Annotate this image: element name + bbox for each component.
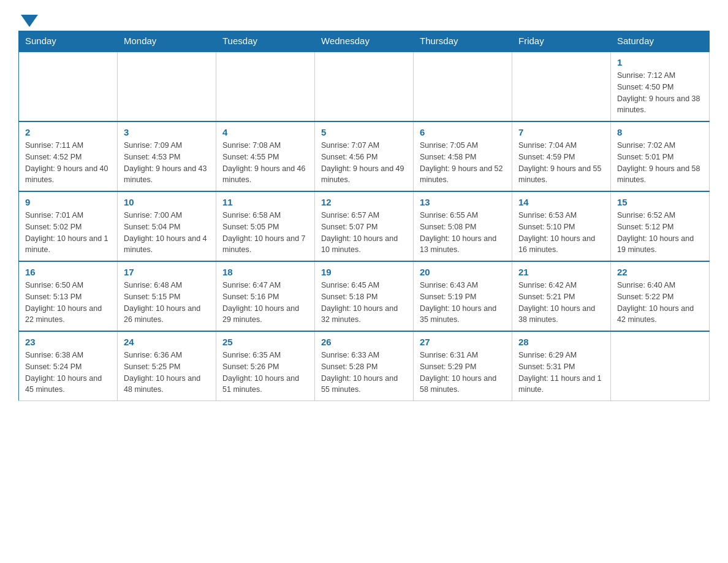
day-info: Sunrise: 7:01 AMSunset: 5:02 PMDaylight:… xyxy=(25,210,111,256)
calendar-cell xyxy=(19,52,118,121)
day-of-week-header: Friday xyxy=(512,31,611,52)
calendar-header-row: SundayMondayTuesdayWednesdayThursdayFrid… xyxy=(19,31,710,52)
day-info: Sunrise: 6:55 AMSunset: 5:08 PMDaylight:… xyxy=(420,210,506,256)
day-number: 15 xyxy=(617,197,703,207)
calendar-cell: 18Sunrise: 6:47 AMSunset: 5:16 PMDayligh… xyxy=(216,261,315,331)
calendar-cell xyxy=(315,52,414,121)
day-info: Sunrise: 6:52 AMSunset: 5:12 PMDaylight:… xyxy=(617,210,703,256)
calendar-cell: 10Sunrise: 7:00 AMSunset: 5:04 PMDayligh… xyxy=(118,191,216,261)
calendar-cell: 17Sunrise: 6:48 AMSunset: 5:15 PMDayligh… xyxy=(118,261,216,331)
day-info: Sunrise: 7:09 AMSunset: 4:53 PMDaylight:… xyxy=(124,140,210,186)
day-number: 10 xyxy=(124,197,210,207)
day-number: 12 xyxy=(321,197,407,207)
day-number: 16 xyxy=(25,267,111,277)
calendar-cell: 8Sunrise: 7:02 AMSunset: 5:01 PMDaylight… xyxy=(611,121,710,191)
calendar-cell: 9Sunrise: 7:01 AMSunset: 5:02 PMDaylight… xyxy=(19,191,118,261)
calendar-cell: 15Sunrise: 6:52 AMSunset: 5:12 PMDayligh… xyxy=(611,191,710,261)
day-info: Sunrise: 6:36 AMSunset: 5:25 PMDaylight:… xyxy=(124,350,210,396)
day-number: 11 xyxy=(222,197,308,207)
day-number: 28 xyxy=(518,337,604,347)
calendar-week-row: 23Sunrise: 6:38 AMSunset: 5:24 PMDayligh… xyxy=(19,331,710,401)
day-info: Sunrise: 6:40 AMSunset: 5:22 PMDaylight:… xyxy=(617,280,703,326)
calendar-cell: 7Sunrise: 7:04 AMSunset: 4:59 PMDaylight… xyxy=(512,121,611,191)
calendar-cell: 5Sunrise: 7:07 AMSunset: 4:56 PMDaylight… xyxy=(315,121,414,191)
day-number: 21 xyxy=(518,267,604,277)
calendar-week-row: 2Sunrise: 7:11 AMSunset: 4:52 PMDaylight… xyxy=(19,121,710,191)
day-info: Sunrise: 7:12 AMSunset: 4:50 PMDaylight:… xyxy=(617,70,703,116)
day-number: 2 xyxy=(25,127,111,137)
day-number: 23 xyxy=(25,337,111,347)
day-number: 19 xyxy=(321,267,407,277)
calendar-cell: 20Sunrise: 6:43 AMSunset: 5:19 PMDayligh… xyxy=(414,261,512,331)
calendar-cell: 16Sunrise: 6:50 AMSunset: 5:13 PMDayligh… xyxy=(19,261,118,331)
day-info: Sunrise: 6:29 AMSunset: 5:31 PMDaylight:… xyxy=(518,350,604,396)
day-info: Sunrise: 6:31 AMSunset: 5:29 PMDaylight:… xyxy=(420,350,506,396)
day-of-week-header: Wednesday xyxy=(315,31,414,52)
calendar-cell: 3Sunrise: 7:09 AMSunset: 4:53 PMDaylight… xyxy=(118,121,216,191)
day-info: Sunrise: 7:08 AMSunset: 4:55 PMDaylight:… xyxy=(222,140,308,186)
calendar-cell: 28Sunrise: 6:29 AMSunset: 5:31 PMDayligh… xyxy=(512,331,611,401)
calendar-cell xyxy=(414,52,512,121)
page-header xyxy=(18,12,710,25)
day-info: Sunrise: 7:05 AMSunset: 4:58 PMDaylight:… xyxy=(420,140,506,186)
calendar-cell xyxy=(512,52,611,121)
calendar-cell: 26Sunrise: 6:33 AMSunset: 5:28 PMDayligh… xyxy=(315,331,414,401)
calendar-cell: 1Sunrise: 7:12 AMSunset: 4:50 PMDaylight… xyxy=(611,52,710,121)
day-number: 1 xyxy=(617,57,703,67)
day-number: 3 xyxy=(124,127,210,137)
day-info: Sunrise: 6:50 AMSunset: 5:13 PMDaylight:… xyxy=(25,280,111,326)
day-number: 7 xyxy=(518,127,604,137)
day-number: 20 xyxy=(420,267,506,277)
day-number: 27 xyxy=(420,337,506,347)
day-number: 24 xyxy=(124,337,210,347)
calendar-cell: 19Sunrise: 6:45 AMSunset: 5:18 PMDayligh… xyxy=(315,261,414,331)
day-number: 8 xyxy=(617,127,703,137)
day-info: Sunrise: 7:02 AMSunset: 5:01 PMDaylight:… xyxy=(617,140,703,186)
day-info: Sunrise: 6:43 AMSunset: 5:19 PMDaylight:… xyxy=(420,280,506,326)
day-number: 6 xyxy=(420,127,506,137)
day-number: 26 xyxy=(321,337,407,347)
calendar-week-row: 9Sunrise: 7:01 AMSunset: 5:02 PMDaylight… xyxy=(19,191,710,261)
day-number: 25 xyxy=(222,337,308,347)
logo xyxy=(18,12,38,25)
calendar-cell: 22Sunrise: 6:40 AMSunset: 5:22 PMDayligh… xyxy=(611,261,710,331)
day-number: 18 xyxy=(222,267,308,277)
day-number: 5 xyxy=(321,127,407,137)
day-info: Sunrise: 6:45 AMSunset: 5:18 PMDaylight:… xyxy=(321,280,407,326)
calendar-cell: 25Sunrise: 6:35 AMSunset: 5:26 PMDayligh… xyxy=(216,331,315,401)
day-info: Sunrise: 6:33 AMSunset: 5:28 PMDaylight:… xyxy=(321,350,407,396)
calendar-week-row: 1Sunrise: 7:12 AMSunset: 4:50 PMDaylight… xyxy=(19,52,710,121)
calendar-cell xyxy=(216,52,315,121)
day-number: 17 xyxy=(124,267,210,277)
day-of-week-header: Thursday xyxy=(414,31,512,52)
calendar-cell: 21Sunrise: 6:42 AMSunset: 5:21 PMDayligh… xyxy=(512,261,611,331)
calendar-cell: 27Sunrise: 6:31 AMSunset: 5:29 PMDayligh… xyxy=(414,331,512,401)
day-of-week-header: Sunday xyxy=(19,31,118,52)
calendar-week-row: 16Sunrise: 6:50 AMSunset: 5:13 PMDayligh… xyxy=(19,261,710,331)
day-info: Sunrise: 6:53 AMSunset: 5:10 PMDaylight:… xyxy=(518,210,604,256)
day-number: 9 xyxy=(25,197,111,207)
day-info: Sunrise: 6:38 AMSunset: 5:24 PMDaylight:… xyxy=(25,350,111,396)
calendar-cell: 2Sunrise: 7:11 AMSunset: 4:52 PMDaylight… xyxy=(19,121,118,191)
calendar-cell: 4Sunrise: 7:08 AMSunset: 4:55 PMDaylight… xyxy=(216,121,315,191)
day-of-week-header: Saturday xyxy=(611,31,710,52)
day-info: Sunrise: 6:35 AMSunset: 5:26 PMDaylight:… xyxy=(222,350,308,396)
day-number: 13 xyxy=(420,197,506,207)
day-number: 4 xyxy=(222,127,308,137)
calendar-cell: 11Sunrise: 6:58 AMSunset: 5:05 PMDayligh… xyxy=(216,191,315,261)
day-info: Sunrise: 7:00 AMSunset: 5:04 PMDaylight:… xyxy=(124,210,210,256)
calendar-cell: 13Sunrise: 6:55 AMSunset: 5:08 PMDayligh… xyxy=(414,191,512,261)
calendar-cell: 23Sunrise: 6:38 AMSunset: 5:24 PMDayligh… xyxy=(19,331,118,401)
day-info: Sunrise: 6:42 AMSunset: 5:21 PMDaylight:… xyxy=(518,280,604,326)
day-info: Sunrise: 6:57 AMSunset: 5:07 PMDaylight:… xyxy=(321,210,407,256)
day-of-week-header: Tuesday xyxy=(216,31,315,52)
day-number: 22 xyxy=(617,267,703,277)
calendar-cell: 12Sunrise: 6:57 AMSunset: 5:07 PMDayligh… xyxy=(315,191,414,261)
calendar-cell xyxy=(611,331,710,401)
calendar-table: SundayMondayTuesdayWednesdayThursdayFrid… xyxy=(18,31,710,401)
day-info: Sunrise: 6:58 AMSunset: 5:05 PMDaylight:… xyxy=(222,210,308,256)
calendar-cell: 24Sunrise: 6:36 AMSunset: 5:25 PMDayligh… xyxy=(118,331,216,401)
day-of-week-header: Monday xyxy=(118,31,216,52)
calendar-cell: 14Sunrise: 6:53 AMSunset: 5:10 PMDayligh… xyxy=(512,191,611,261)
day-info: Sunrise: 7:11 AMSunset: 4:52 PMDaylight:… xyxy=(25,140,111,186)
